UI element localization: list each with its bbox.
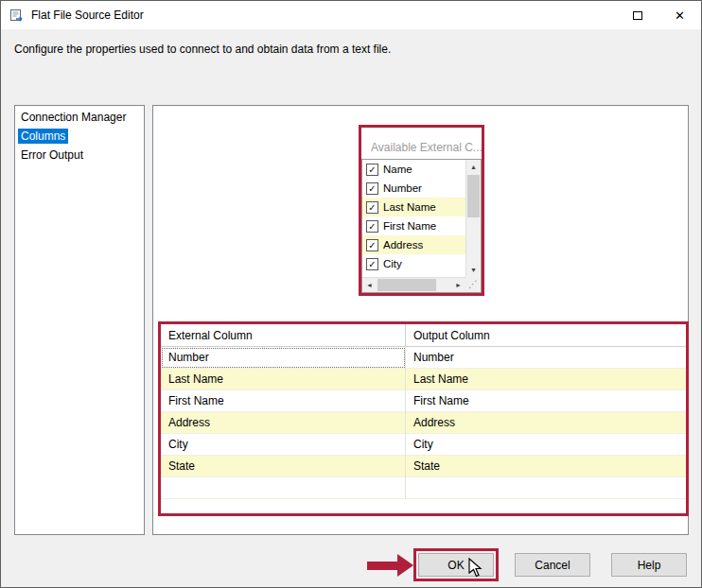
ok-button[interactable]: OK [418, 553, 494, 577]
column-checkbox-label: First Name [383, 220, 436, 232]
maximize-button[interactable] [616, 1, 658, 29]
scroll-left-icon[interactable]: ◄ [362, 278, 377, 292]
checkbox-checked-icon[interactable]: ✓ [366, 239, 378, 251]
available-external-columns-list: Available External C... ✓ Name ✓ Number … [359, 125, 484, 296]
help-button[interactable]: Help [611, 553, 687, 577]
flat-file-source-icon [9, 8, 25, 23]
external-column-cell[interactable]: City [161, 434, 406, 456]
scroll-down-icon[interactable]: ▼ [466, 263, 481, 277]
column-checkbox-label: Number [383, 182, 422, 194]
table-row-empty [161, 477, 686, 499]
table-row: Number Number [161, 347, 686, 369]
close-icon: ✕ [675, 9, 685, 23]
table-row: City City [161, 434, 686, 456]
output-column-cell[interactable]: First Name [406, 390, 686, 412]
column-checkbox-label: Last Name [383, 201, 436, 213]
external-column-cell[interactable]: First Name [161, 390, 406, 412]
column-checkbox-label: City [383, 258, 402, 269]
cursor-icon [468, 558, 483, 581]
column-row-city[interactable]: ✓ City [362, 254, 465, 273]
table-row: Last Name Last Name [161, 369, 686, 390]
available-columns-header: Available External C... [361, 128, 482, 159]
sidebar-item-error-output[interactable]: Error Output [15, 147, 144, 165]
output-column-header: Output Column [406, 324, 686, 347]
output-column-cell[interactable]: State [406, 456, 686, 477]
table-row: State State [161, 456, 686, 477]
maximize-icon [633, 11, 642, 20]
checkbox-checked-icon[interactable]: ✓ [366, 164, 378, 176]
scroll-up-icon[interactable]: ▲ [466, 160, 481, 174]
flat-file-source-editor-dialog: Flat File Source Editor ✕ Configure the … [0, 0, 702, 588]
sidebar-item-label: Error Output [18, 147, 86, 163]
table-row: First Name First Name [161, 390, 686, 412]
vertical-scrollbar: ▲ ▼ [465, 160, 481, 277]
external-column-cell[interactable]: Address [161, 412, 406, 434]
output-column-cell[interactable] [406, 477, 686, 499]
column-row-last-name[interactable]: ✓ Last Name [362, 198, 465, 216]
pages-list: Connection Manager Columns Error Output [14, 105, 145, 535]
annotation-arrow [367, 562, 397, 570]
column-checkbox-label: Address [383, 239, 423, 251]
output-column-cell[interactable]: Last Name [406, 369, 686, 390]
dialog-description: Configure the properties used to connect… [14, 43, 391, 56]
column-row-number[interactable]: ✓ Number [362, 179, 465, 198]
external-column-cell[interactable]: Last Name [161, 369, 406, 390]
output-column-cell[interactable]: Address [406, 412, 686, 434]
sidebar-item-connection-manager[interactable]: Connection Manager [15, 109, 144, 128]
available-columns-grid: ✓ Name ✓ Number ✓ Last Name ✓ First Name… [361, 159, 482, 293]
checkbox-checked-icon[interactable]: ✓ [366, 220, 378, 233]
sidebar-item-label: Columns [18, 129, 68, 144]
title-bar: Flat File Source Editor ✕ [1, 1, 701, 29]
table-row: Address Address [161, 412, 686, 434]
checkbox-checked-icon[interactable]: ✓ [366, 258, 378, 270]
sidebar-item-label: Connection Manager [18, 110, 129, 125]
window-title: Flat File Source Editor [31, 1, 144, 29]
horizontal-scrollbar-thumb[interactable] [377, 279, 436, 291]
external-column-cell[interactable] [161, 477, 406, 499]
annotation-arrow-head [397, 554, 413, 577]
horizontal-scrollbar: ◄ ► [362, 277, 465, 292]
column-checkbox-label: Name [383, 164, 412, 175]
scroll-right-icon[interactable]: ► [451, 278, 465, 292]
checkbox-checked-icon[interactable]: ✓ [366, 182, 378, 195]
output-column-cell[interactable]: Number [406, 347, 686, 369]
close-button[interactable]: ✕ [658, 1, 701, 29]
column-mapping-table: External Column Output Column Number Num… [158, 321, 689, 516]
external-column-cell[interactable]: Number [161, 347, 406, 369]
sidebar-item-columns[interactable]: Columns [15, 128, 144, 147]
cancel-button[interactable]: Cancel [515, 553, 590, 577]
external-column-header: External Column [161, 324, 406, 347]
vertical-scrollbar-thumb[interactable] [467, 175, 480, 217]
output-column-cell[interactable]: City [406, 434, 686, 456]
column-row-address[interactable]: ✓ Address [362, 235, 465, 254]
external-column-cell[interactable]: State [161, 456, 406, 477]
column-row-first-name[interactable]: ✓ First Name [362, 216, 465, 235]
column-row-name[interactable]: ✓ Name [362, 160, 465, 179]
checkbox-checked-icon[interactable]: ✓ [366, 201, 378, 214]
available-columns-rows: ✓ Name ✓ Number ✓ Last Name ✓ First Name… [362, 160, 465, 277]
resize-grip-icon[interactable]: ⋰ [465, 277, 481, 292]
